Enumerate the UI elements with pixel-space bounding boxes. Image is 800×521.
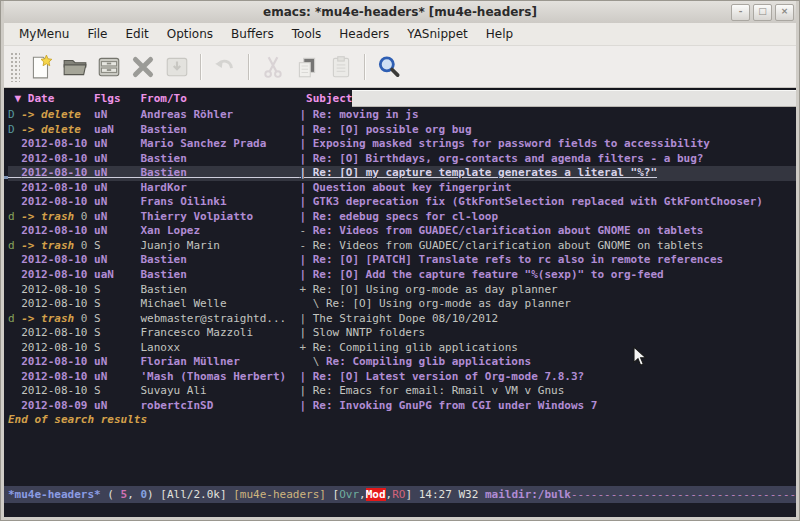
header-line-filler bbox=[352, 90, 796, 107]
mode-line[interactable]: *mu4e-headers* ( 5, 0) [All/2.0k] [mu4e-… bbox=[4, 486, 796, 503]
modeline-segment-dir: maildir:/bulk bbox=[485, 488, 571, 501]
modeline-segment-tan: [mu4e-headers] bbox=[233, 488, 326, 501]
modeline-segment-buf: *mu4e-headers* bbox=[8, 488, 101, 501]
paste-icon bbox=[325, 51, 357, 83]
menu-item-headers[interactable]: Headers bbox=[330, 25, 398, 43]
end-of-search-results: End of search results bbox=[8, 413, 796, 428]
message-row[interactable]: 2012-08-10 uN 'Mash (Thomas Herbert) | R… bbox=[8, 370, 796, 385]
modeline-segment-mod: Mod bbox=[366, 488, 386, 501]
menu-item-help[interactable]: Help bbox=[477, 25, 522, 43]
fringe-indicator bbox=[4, 176, 8, 179]
titlebar[interactable]: emacs: *mu4e-headers* [mu4e-headers] -□× bbox=[4, 1, 796, 23]
message-row[interactable]: 2012-08-10 S Bastien + Re: [O] Using org… bbox=[8, 283, 796, 298]
cut-icon bbox=[257, 51, 289, 83]
message-row[interactable]: 2012-08-10 uN Florian Müllner \ Re: Comp… bbox=[8, 355, 796, 370]
emacs-window: emacs: *mu4e-headers* [mu4e-headers] -□×… bbox=[0, 0, 800, 521]
close-button[interactable]: × bbox=[775, 4, 794, 21]
message-row[interactable]: 2012-08-10 S Lanoxx + Re: Compiling glib… bbox=[8, 341, 796, 356]
mouse-pointer bbox=[633, 346, 648, 372]
window-title: emacs: *mu4e-headers* [mu4e-headers] bbox=[4, 5, 796, 19]
modeline-segment-dash: -------------------------------------- bbox=[571, 488, 796, 501]
modeline-segment-w: ] 14:27 W32 bbox=[405, 488, 484, 501]
undo-icon bbox=[209, 51, 241, 83]
modeline-segment-teal: Ovr bbox=[339, 488, 359, 501]
toolbar-separator bbox=[248, 54, 250, 80]
menu-item-yasnippet[interactable]: YASnippet bbox=[398, 25, 477, 43]
toolbar bbox=[4, 46, 796, 88]
message-row[interactable]: 2012-08-10 uN Bastien | Re: [O] my captu… bbox=[8, 166, 796, 181]
modeline-segment-w: ( bbox=[101, 488, 121, 501]
window-controls: -□× bbox=[731, 4, 794, 21]
save-as-icon bbox=[161, 51, 193, 83]
menu-item-edit[interactable]: Edit bbox=[117, 25, 158, 43]
message-row[interactable]: 2012-08-10 uN HardKor | Question about k… bbox=[8, 181, 796, 196]
menu-item-options[interactable]: Options bbox=[158, 25, 222, 43]
message-row[interactable]: 2012-08-10 uaN Bastien | Re: [O] Add the… bbox=[8, 268, 796, 283]
modeline-segment-w: , bbox=[127, 488, 140, 501]
toolbar-separator bbox=[200, 54, 202, 80]
menu-item-mymenu[interactable]: MyMenu bbox=[10, 25, 78, 43]
search-icon[interactable] bbox=[373, 51, 405, 83]
close-buffer-icon[interactable] bbox=[127, 51, 159, 83]
message-row[interactable]: 2012-08-10 S Francesco Mazzoli | Slow NN… bbox=[8, 326, 796, 341]
message-row[interactable]: 2012-08-09 uN robertcInSD | Re: Invoking… bbox=[8, 399, 796, 414]
toolbar-separator bbox=[364, 54, 366, 80]
menu-item-tools[interactable]: Tools bbox=[283, 25, 331, 43]
message-row[interactable]: 2012-08-10 uN Bastien | Re: [O] Birthday… bbox=[8, 152, 796, 167]
message-row[interactable]: 2012-08-10 S Michael Welle \ Re: [O] Usi… bbox=[8, 297, 796, 312]
message-row[interactable]: 2012-08-10 S Suvayu Ali | Re: Emacs for … bbox=[8, 384, 796, 399]
echo-area bbox=[4, 503, 796, 517]
minimize-button[interactable]: - bbox=[731, 4, 750, 21]
emacs-frame: ▼ Date Flgs From/To Subject D -> delete … bbox=[4, 88, 796, 517]
message-row[interactable]: d -> trash 0 uN Thierry Volpiatto | Re: … bbox=[8, 210, 796, 225]
message-row[interactable]: 2012-08-10 uN Frans Oilinki | GTK3 depre… bbox=[8, 195, 796, 210]
menubar: MyMenuFileEditOptionsBuffersToolsHeaders… bbox=[4, 23, 796, 46]
modeline-segment-w: , bbox=[359, 488, 366, 501]
modeline-segment-w: [ bbox=[326, 488, 339, 501]
new-file-icon[interactable] bbox=[25, 51, 57, 83]
message-row[interactable]: D -> delete uaN Bastien | Re: [O] possib… bbox=[8, 123, 796, 138]
menu-item-file[interactable]: File bbox=[78, 25, 116, 43]
modeline-segment-ro: RO bbox=[392, 488, 405, 501]
save-icon[interactable] bbox=[93, 51, 125, 83]
message-row[interactable]: 2012-08-10 uN Bastien | Re: [O] [PATCH] … bbox=[8, 253, 796, 268]
header-line-columns: ▼ Date Flgs From/To Subject bbox=[4, 90, 352, 107]
toolbar-drag-handle[interactable] bbox=[10, 52, 20, 82]
message-row[interactable]: D -> delete uN Andreas Röhler | Re: movi… bbox=[8, 108, 796, 123]
message-row[interactable]: 2012-08-10 uN Xan Lopez - Re: Videos fro… bbox=[8, 224, 796, 239]
maximize-button[interactable]: □ bbox=[753, 4, 772, 21]
message-row[interactable]: d -> trash 0 S Juanjo Marin - Re: Videos… bbox=[8, 239, 796, 254]
copy-icon bbox=[291, 51, 323, 83]
mu4e-headers-buffer[interactable]: D -> delete uN Andreas Röhler | Re: movi… bbox=[4, 107, 796, 486]
message-row[interactable]: 2012-08-10 uN Mario Sanchez Prada | Expo… bbox=[8, 137, 796, 152]
modeline-segment-w: ) [All/2.0k] bbox=[147, 488, 233, 501]
mu4e-header-line: ▼ Date Flgs From/To Subject bbox=[4, 90, 796, 107]
menu-item-buffers[interactable]: Buffers bbox=[222, 25, 283, 43]
open-folder-icon[interactable] bbox=[59, 51, 91, 83]
message-row[interactable]: d -> trash 0 S webmaster@straightd... | … bbox=[8, 312, 796, 327]
